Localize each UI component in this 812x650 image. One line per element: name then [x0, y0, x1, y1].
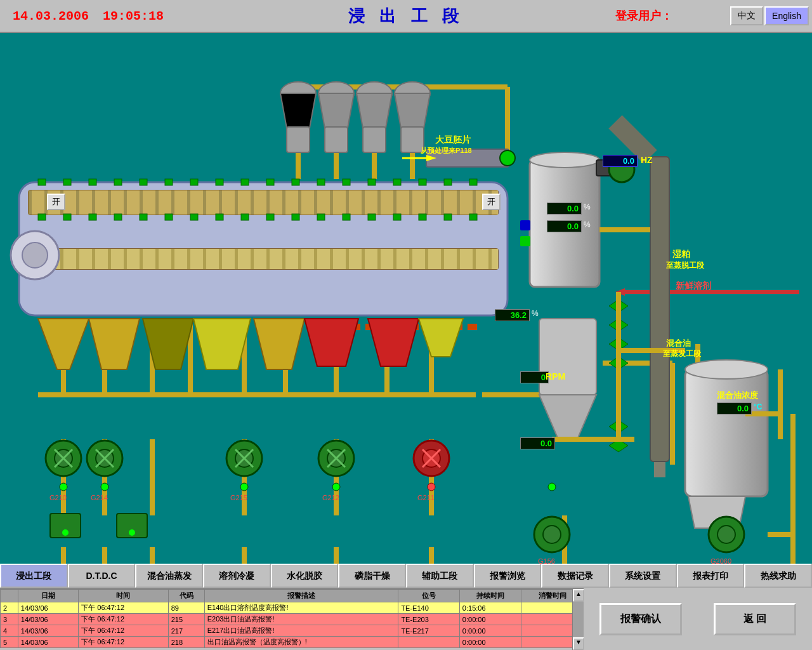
svg-rect-60 — [29, 190, 498, 215]
scroll-up-button[interactable]: ▲ — [573, 589, 584, 602]
login-label: 登录用户： — [615, 8, 672, 23]
svg-rect-96 — [241, 214, 249, 220]
svg-rect-90 — [89, 214, 96, 220]
open-button-2[interactable]: 开 — [482, 194, 501, 210]
nav-item-11[interactable]: 热线求助 — [744, 564, 812, 588]
svg-point-151 — [428, 483, 435, 491]
nav-item-3[interactable]: 溶剂冷凝 — [203, 564, 271, 588]
lang-en-button[interactable]: English — [764, 6, 809, 25]
alarm-row: 414/03/06下午 06:47:12217E217出口油温高报警!TE-E2… — [1, 625, 584, 637]
time-display: 19:05:18 — [103, 9, 164, 23]
level1-value-display: 0.0 — [547, 202, 582, 215]
svg-rect-70 — [38, 179, 46, 185]
scroll-down-button[interactable]: ▼ — [573, 637, 584, 650]
mixed-oil-density-unit: °C — [754, 402, 762, 411]
mixed-oil-density-label: 混合油浓度 — [717, 390, 758, 401]
svg-point-123 — [46, 441, 81, 476]
language-selector: 中文 English — [730, 6, 809, 25]
svg-point-152 — [548, 483, 556, 491]
lang-cn-button[interactable]: 中文 — [730, 6, 763, 25]
svg-rect-161 — [520, 220, 530, 230]
svg-marker-115 — [539, 395, 596, 439]
alarm-area: 日期时间代码报警描述位号持续时间消警时间 214/03/06下午 06:47:1… — [0, 588, 584, 650]
svg-rect-73 — [114, 179, 122, 185]
datetime-display: 14.03.2006 19:05:18 — [6, 9, 164, 23]
nav-item-8[interactable]: 数据记录 — [541, 564, 609, 588]
feed-sublabel: 从预处理来P118 — [421, 146, 472, 156]
svg-rect-78 — [241, 179, 249, 185]
svg-line-134 — [235, 449, 253, 467]
nav-item-9[interactable]: 系统设置 — [609, 564, 677, 588]
svg-rect-76 — [190, 179, 198, 185]
alarm-row: 314/03/06下午 06:47:12215E203出口油温高报警!TE-E2… — [1, 614, 584, 625]
svg-line-142 — [422, 449, 440, 467]
back-button[interactable]: 返 回 — [714, 603, 796, 635]
svg-rect-67 — [29, 249, 498, 269]
svg-rect-91 — [114, 214, 122, 220]
svg-marker-155 — [609, 338, 628, 350]
svg-rect-87 — [469, 179, 477, 185]
svg-rect-48 — [325, 127, 348, 152]
svg-point-148 — [101, 483, 108, 491]
svg-rect-103 — [419, 214, 426, 220]
svg-point-145 — [709, 517, 744, 552]
svg-line-137 — [327, 449, 345, 467]
svg-point-146 — [717, 526, 735, 543]
svg-marker-110 — [254, 319, 304, 369]
svg-marker-156 — [609, 357, 628, 369]
svg-point-136 — [327, 449, 345, 467]
svg-rect-105 — [469, 214, 477, 220]
svg-rect-93 — [165, 214, 173, 220]
alarm-scrollbar[interactable]: ▲ ▼ — [572, 589, 584, 650]
svg-marker-122 — [688, 496, 745, 528]
svg-rect-104 — [444, 214, 452, 220]
svg-point-46 — [318, 82, 354, 105]
svg-rect-89 — [63, 214, 71, 220]
svg-marker-53 — [395, 93, 430, 128]
svg-rect-114 — [539, 319, 596, 395]
nav-item-5[interactable]: 磷脂干燥 — [338, 564, 406, 588]
svg-rect-99 — [317, 214, 325, 220]
svg-rect-100 — [343, 214, 350, 220]
nav-item-6[interactable]: 辅助工段 — [406, 564, 474, 588]
alarm-confirm-button[interactable]: 报警确认 — [599, 603, 682, 635]
svg-rect-64 — [29, 249, 498, 269]
svg-rect-75 — [165, 179, 173, 185]
svg-point-49 — [357, 82, 392, 105]
svg-point-144 — [543, 526, 561, 543]
feed-label: 大豆胚片 — [435, 135, 471, 146]
mixed-oil-sublabel: 至蒸发工段 — [663, 348, 701, 359]
level2-value-display: 0.0 — [547, 220, 582, 232]
svg-rect-77 — [216, 179, 223, 185]
nav-item-7[interactable]: 报警浏览 — [474, 564, 542, 588]
svg-rect-101 — [368, 214, 376, 220]
svg-rect-84 — [393, 179, 401, 185]
svg-marker-50 — [357, 93, 392, 128]
svg-rect-81 — [317, 179, 325, 185]
open-button-1[interactable]: 开 — [47, 194, 65, 210]
alarm-row: 514/03/06下午 06:47:12218出口油温高报警（温度高报警）!0:… — [1, 637, 584, 648]
alarm-table: 日期时间代码报警描述位号持续时间消警时间 214/03/06下午 06:47:1… — [0, 589, 584, 648]
svg-point-124 — [55, 449, 72, 467]
nav-item-10[interactable]: 报表打印 — [677, 564, 745, 588]
page-title: 浸 出 工 段 — [348, 5, 464, 27]
svg-line-130 — [96, 449, 114, 467]
nav-item-4[interactable]: 水化脱胶 — [271, 564, 339, 588]
nav-item-2[interactable]: 混合油蒸发 — [135, 564, 203, 588]
svg-point-117 — [530, 152, 599, 168]
alarm-row: 214/03/06下午 06:47:1289E140出口溶剂温度高报警!TE-E… — [1, 602, 584, 614]
svg-point-135 — [318, 441, 354, 476]
svg-line-141 — [422, 449, 440, 467]
svg-point-132 — [235, 449, 253, 467]
svg-rect-79 — [266, 179, 274, 185]
nav-item-0[interactable]: 浸出工段 — [0, 564, 68, 588]
flow-unit: % — [532, 309, 539, 318]
svg-marker-154 — [609, 319, 628, 331]
pump-label-g214: G214 — [91, 494, 108, 501]
nav-item-1[interactable]: D.T.D.C — [68, 564, 136, 588]
svg-rect-92 — [140, 214, 147, 220]
alarm-buttons-area: 报警确认 返 回 — [584, 588, 812, 650]
svg-line-138 — [327, 449, 345, 467]
freq-value-display: 0.0 — [603, 155, 638, 167]
svg-point-140 — [422, 449, 440, 467]
